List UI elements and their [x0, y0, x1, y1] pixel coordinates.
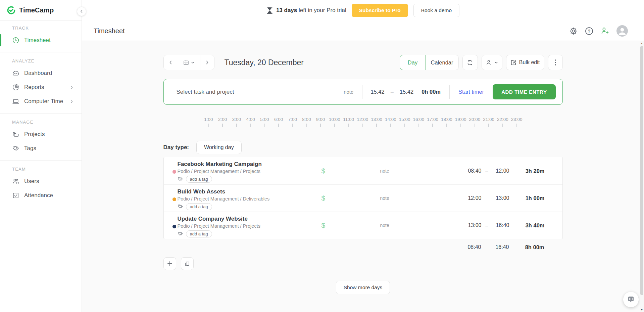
hour-tick: [292, 124, 293, 127]
entry-end-time[interactable]: 16:40: [486, 222, 509, 228]
time-entry-row[interactable]: Build Web AssetsPodio / Project Manageme…: [164, 184, 562, 212]
calendar-picker-button[interactable]: [178, 55, 200, 70]
hour-label: 21:00: [483, 117, 494, 122]
hour-tick: [460, 124, 461, 127]
projects-icon: [12, 131, 19, 138]
entry-main: Build Web AssetsPodio / Project Manageme…: [178, 188, 270, 210]
sidebar-item-projects[interactable]: Projects: [0, 127, 82, 141]
hour-label: 7:00: [288, 117, 297, 122]
task-select-input[interactable]: Select task and project: [177, 89, 344, 95]
duration-input[interactable]: 0h 00m: [422, 89, 441, 95]
bulk-edit-button[interactable]: Bulk edit: [506, 55, 544, 70]
sidebar-item-attendance[interactable]: Attendance: [0, 188, 82, 203]
scrollbar-thumb[interactable]: [640, 46, 643, 295]
start-timer-link[interactable]: Start timer: [458, 89, 484, 95]
settings-gear-icon[interactable]: [569, 27, 578, 35]
book-demo-button[interactable]: Book a demo: [413, 4, 459, 17]
sidebar-item-users[interactable]: Users: [0, 174, 82, 188]
hour-ruler: 1:002:003:004:005:006:007:008:009:0010:0…: [163, 117, 563, 127]
entry-title: Facebook Marketing Campaign: [178, 161, 262, 168]
entry-breadcrumb: Podio / Project Management / Projects: [178, 223, 260, 229]
start-time-input[interactable]: 15:42: [370, 89, 384, 95]
hour-label: 2:00: [218, 117, 227, 122]
page-title: Timesheet: [94, 27, 125, 35]
copy-entries-button[interactable]: [181, 257, 194, 270]
vertical-scrollbar[interactable]: ▲ ▼: [640, 41, 644, 312]
subscribe-button[interactable]: Subscribe to Pro: [352, 4, 408, 17]
sidebar-collapse-button[interactable]: [77, 7, 86, 16]
add-tag-button[interactable]: add a tag: [186, 203, 212, 210]
add-tag-button[interactable]: add a tag: [186, 176, 212, 183]
sidebar-item-tags[interactable]: Tags: [0, 141, 82, 155]
hour-tick: [320, 124, 321, 127]
hour-label: 1:00: [204, 117, 213, 122]
hour-tick: [208, 124, 209, 127]
project-color-dot: [172, 170, 176, 174]
billable-icon[interactable]: $: [321, 167, 326, 175]
show-more-days-button[interactable]: Show more days: [336, 281, 390, 294]
entry-note-input[interactable]: note: [380, 168, 389, 174]
divider: [362, 85, 362, 99]
day-type-selector[interactable]: Working day: [196, 141, 242, 154]
entry-end-time[interactable]: 13:00: [486, 195, 509, 201]
add-tag-button[interactable]: add a tag: [186, 230, 212, 237]
next-day-button[interactable]: [200, 55, 214, 70]
view-day-tab[interactable]: Day: [400, 55, 426, 70]
hour-cell: 10:00: [328, 117, 342, 127]
note-input[interactable]: note: [344, 89, 353, 95]
bulk-edit-label: Bulk edit: [519, 59, 540, 65]
invite-user-icon[interactable]: [601, 27, 609, 35]
sidebar-item-label: Timesheet: [24, 37, 51, 44]
reports-icon: [12, 84, 19, 91]
chat-icon: [627, 296, 635, 303]
entry-start-time[interactable]: 13:00: [458, 222, 482, 228]
billable-icon[interactable]: $: [321, 221, 326, 229]
view-calendar-tab[interactable]: Calendar: [426, 55, 459, 70]
trial-days: 13 days: [276, 7, 297, 13]
logo[interactable]: TimeCamp: [0, 0, 82, 21]
hour-tick: [334, 124, 335, 127]
user-filter-button[interactable]: [482, 55, 502, 70]
time-entry-row[interactable]: Update Company WebsitePodio / Project Ma…: [164, 212, 562, 239]
trial-text: 13 days left in your Pro trial: [266, 7, 346, 14]
entry-note-input[interactable]: note: [380, 195, 389, 201]
hour-tick: [264, 124, 265, 127]
entry-start-time[interactable]: 12:00: [458, 195, 482, 201]
end-time-input[interactable]: 15:42: [400, 89, 413, 95]
timecamp-logo-icon: [7, 6, 16, 15]
chevron-down-icon: [191, 61, 195, 64]
entry-note-input[interactable]: note: [380, 223, 389, 228]
add-time-entry-button[interactable]: ADD TIME ENTRY: [493, 84, 555, 99]
more-options-button[interactable]: [548, 55, 563, 70]
entry-start-time[interactable]: 08:40: [458, 168, 482, 174]
billable-icon[interactable]: $: [321, 194, 326, 202]
section-label-track: TRACK: [0, 26, 82, 31]
add-entry-button[interactable]: [163, 257, 176, 270]
entry-end-time[interactable]: 12:00: [486, 168, 509, 174]
scroll-down-arrow[interactable]: ▼: [640, 307, 644, 312]
sidebar: TimeCamp TRACKTimesheetANALYZEDashboardR…: [0, 0, 82, 312]
sidebar-item-computer-time[interactable]: Computer Time: [0, 94, 82, 108]
sync-button[interactable]: [462, 55, 478, 70]
avatar[interactable]: [616, 25, 628, 37]
sidebar-item-reports[interactable]: Reports: [0, 80, 82, 94]
plus-icon: [167, 261, 172, 266]
chevron-right-icon: [70, 100, 73, 103]
chat-launcher[interactable]: [623, 292, 639, 307]
scroll-up-arrow[interactable]: ▲: [640, 41, 644, 46]
hour-cell: 4:00: [244, 117, 258, 127]
hour-cell: 18:00: [440, 117, 454, 127]
sidebar-section-team: TEAMUsersAttendance: [0, 162, 82, 206]
hour-cell: 17:00: [426, 117, 440, 127]
trial-banner: 13 days left in your Pro trial Subscribe…: [82, 0, 644, 21]
sidebar-item-timesheet[interactable]: Timesheet: [0, 33, 82, 47]
toolbar-right: Day Calendar: [400, 55, 563, 70]
time-entry-row[interactable]: Facebook Marketing CampaignPodio / Proje…: [164, 157, 562, 184]
date-toolbar: Tuesday, 20 December Day Calendar: [163, 55, 563, 70]
sidebar-item-label: Reports: [24, 84, 44, 91]
sidebar-item-dashboard[interactable]: Dashboard: [0, 66, 82, 80]
day-type-row: Day type: Working day: [163, 140, 563, 155]
help-icon[interactable]: ?: [585, 27, 593, 35]
timesheet-content: Tuesday, 20 December Day Calendar: [82, 41, 644, 312]
previous-day-button[interactable]: [164, 55, 178, 70]
